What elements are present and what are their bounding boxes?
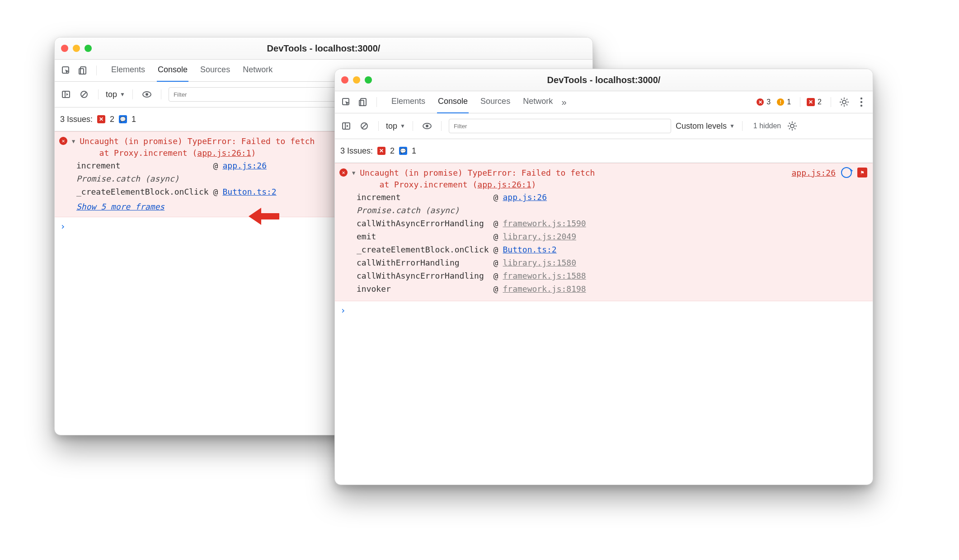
device-toolbar-icon[interactable] <box>357 95 370 109</box>
frame-source-link[interactable]: app.js:26 <box>222 161 267 170</box>
stack-frame: increment@app.js:26 <box>76 159 281 172</box>
frame-source-link[interactable]: library.js:2049 <box>503 232 576 241</box>
filter-input[interactable] <box>449 119 671 133</box>
svg-line-36 <box>794 128 795 129</box>
svg-line-27 <box>362 124 367 128</box>
info-badge-icon: 💬 <box>399 147 407 155</box>
frame-source-link[interactable]: Button.ts:2 <box>503 245 556 254</box>
live-expression-icon[interactable] <box>140 88 154 101</box>
frame-source-link[interactable]: framework.js:1588 <box>503 271 586 280</box>
message-count[interactable]: ✕ 2 <box>807 98 822 106</box>
stack-frame: invoker@framework.js:8198 <box>357 282 591 295</box>
svg-rect-11 <box>359 100 364 106</box>
frame-function: _createElementBlock.onClick <box>76 185 213 198</box>
hidden-count[interactable]: 1 hidden <box>753 122 781 130</box>
svg-line-17 <box>841 99 842 100</box>
frame-function: _createElementBlock.onClick <box>357 243 494 256</box>
svg-line-19 <box>841 104 842 105</box>
frame-function: increment <box>76 159 213 172</box>
svg-point-23 <box>860 105 862 107</box>
frame-function: callWithErrorHandling <box>357 256 494 269</box>
at-symbol: @ <box>494 191 503 204</box>
issues-bar[interactable]: 3 Issues: ✕ 2 💬 1 <box>335 139 873 163</box>
titlebar[interactable]: DevTools - localhost:3000/ <box>55 37 592 60</box>
error-message: Uncaught (in promise) TypeError: Failed … <box>80 135 315 159</box>
tab-network[interactable]: Network <box>522 91 554 114</box>
tab-elements[interactable]: Elements <box>110 59 146 82</box>
sidebar-toggle-icon[interactable] <box>59 88 73 101</box>
console-error: app.js:26 ⚑ ✕ ▼ Uncaught (in promise) Ty… <box>335 163 873 301</box>
inspect-icon[interactable] <box>59 64 73 77</box>
frame-function: callWithAsyncErrorHandling <box>357 269 494 282</box>
clear-console-icon[interactable] <box>357 119 371 133</box>
svg-line-6 <box>82 92 86 97</box>
frame-source-link[interactable]: framework.js:8198 <box>503 284 586 294</box>
at-symbol: @ <box>494 217 503 230</box>
error-icon: ✕ <box>59 137 67 145</box>
titlebar[interactable]: DevTools - localhost:3000/ <box>335 69 873 91</box>
error-location-link[interactable]: app.js:26:1 <box>197 148 251 158</box>
frame-source-link[interactable]: app.js:26 <box>503 192 547 202</box>
context-dropdown[interactable]: top ▼ <box>386 121 405 131</box>
kebab-menu-icon[interactable] <box>855 95 868 109</box>
error-message: Uncaught (in promise) TypeError: Failed … <box>360 167 595 191</box>
issues-error-count: 2 <box>390 146 395 156</box>
error-count-num: 3 <box>766 98 771 106</box>
stack-frame: _createElementBlock.onClick@Button.ts:2 <box>76 185 281 198</box>
feedback-icon[interactable]: ⚑ <box>857 168 867 177</box>
sidebar-toggle-icon[interactable] <box>339 119 353 133</box>
stack-trace: increment@app.js:26Promise.catch (async)… <box>357 191 591 295</box>
tab-network[interactable]: Network <box>242 59 273 82</box>
more-tabs-icon[interactable]: » <box>557 95 571 109</box>
svg-point-22 <box>860 101 862 103</box>
separator <box>132 89 133 99</box>
at-symbol: @ <box>494 269 503 282</box>
disclosure-triangle-icon[interactable]: ▼ <box>72 138 75 145</box>
refresh-icon[interactable] <box>841 167 852 178</box>
svg-line-37 <box>789 128 790 129</box>
device-toolbar-icon[interactable] <box>76 64 90 77</box>
at-symbol: @ <box>494 230 503 243</box>
inspect-icon[interactable] <box>339 95 353 109</box>
svg-rect-3 <box>62 91 70 98</box>
stack-frame: _createElementBlock.onClick@Button.ts:2 <box>357 243 591 256</box>
live-expression-icon[interactable] <box>420 119 434 133</box>
message-count-num: 2 <box>818 98 822 106</box>
disclosure-triangle-icon[interactable]: ▼ <box>352 170 355 176</box>
stack-frame: callWithAsyncErrorHandling@framework.js:… <box>357 269 591 282</box>
error-source-link[interactable]: app.js:26 <box>791 168 836 177</box>
warning-count[interactable]: ! 1 <box>777 98 791 106</box>
show-more-frames-link[interactable]: Show 5 more frames <box>76 202 165 211</box>
separator <box>376 97 377 107</box>
tabs-toolbar: Elements Console Sources Network » ✕ 3 !… <box>335 91 873 113</box>
separator <box>742 121 743 131</box>
svg-rect-2 <box>79 69 84 74</box>
tab-console[interactable]: Console <box>157 59 188 82</box>
at-symbol: @ <box>494 243 503 256</box>
tab-sources[interactable]: Sources <box>199 59 231 82</box>
window-title: DevTools - localhost:3000/ <box>55 43 592 54</box>
frame-function: callWithAsyncErrorHandling <box>357 217 494 230</box>
settings-icon[interactable] <box>837 95 851 109</box>
error-location-link[interactable]: app.js:26:1 <box>477 180 531 189</box>
frame-source-link[interactable]: framework.js:1590 <box>503 219 586 228</box>
frame-source-link[interactable]: library.js:1580 <box>503 258 576 267</box>
levels-dropdown[interactable]: Custom levels ▼ <box>676 121 735 131</box>
console-prompt[interactable]: › <box>335 301 873 319</box>
console-filter-bar: top ▼ Custom levels ▼ 1 hidden <box>335 113 873 139</box>
svg-point-29 <box>426 125 428 127</box>
tab-console[interactable]: Console <box>437 91 469 114</box>
async-divider: Promise.catch (async) <box>76 172 281 185</box>
context-label: top <box>386 121 397 131</box>
console-settings-icon[interactable] <box>785 119 799 133</box>
separator <box>413 121 413 131</box>
error-count[interactable]: ✕ 3 <box>757 98 771 106</box>
tab-sources[interactable]: Sources <box>480 91 511 114</box>
clear-console-icon[interactable] <box>77 88 91 101</box>
frame-source-link[interactable]: Button.ts:2 <box>222 187 276 196</box>
context-dropdown[interactable]: top ▼ <box>106 90 125 99</box>
separator <box>831 97 831 107</box>
svg-point-12 <box>842 100 846 104</box>
stack-frame: callWithErrorHandling@library.js:1580 <box>357 256 591 269</box>
tab-elements[interactable]: Elements <box>390 91 426 114</box>
